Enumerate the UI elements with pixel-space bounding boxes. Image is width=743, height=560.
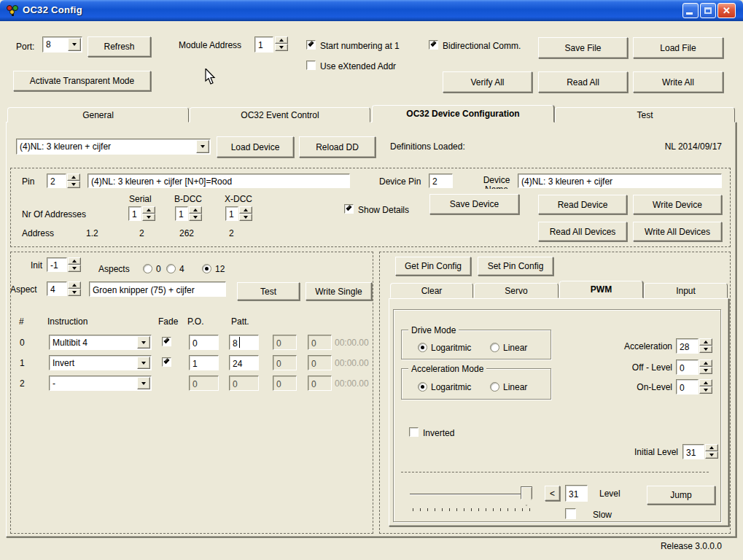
xdcc-addresses-input[interactable]	[225, 206, 238, 221]
verify-all-button[interactable]: Verify All	[443, 71, 532, 93]
initial-level-input[interactable]	[682, 444, 704, 459]
write-device-button[interactable]: Write Device	[633, 195, 722, 214]
spin-up-icon[interactable]	[275, 36, 288, 44]
drive-linear-radio[interactable]	[490, 343, 499, 352]
pin-stepper[interactable]	[67, 174, 80, 188]
level-input[interactable]	[565, 485, 588, 502]
serial-addresses-input[interactable]	[128, 206, 141, 221]
level-decrement-button[interactable]: <	[545, 486, 560, 501]
aspect-stepper[interactable]	[68, 281, 81, 296]
tab-clear[interactable]: Clear	[390, 283, 473, 298]
tab-input[interactable]: Input	[644, 283, 728, 298]
slow-checkbox[interactable]	[565, 508, 576, 519]
load-file-button[interactable]: Load File	[633, 37, 723, 58]
chevron-down-icon[interactable]	[68, 38, 81, 51]
xdcc-addresses-stepper[interactable]	[239, 206, 252, 221]
accel-logaritmic-radio[interactable]	[418, 382, 427, 392]
address-value-xdcc: 2	[229, 228, 234, 238]
acceleration-stepper[interactable]	[699, 338, 712, 353]
bdcc-addresses-input[interactable]	[175, 206, 188, 221]
bdcc-addresses-stepper[interactable]	[189, 206, 202, 221]
load-device-button[interactable]: Load Device	[217, 136, 294, 158]
write-single-button[interactable]: Write Single	[306, 282, 372, 300]
po-input-1[interactable]	[189, 355, 219, 370]
device-type-select[interactable]: (4)NL: 3 kleuren + cijfer	[16, 139, 211, 155]
instruction-select-2[interactable]: -	[49, 376, 152, 391]
read-device-button[interactable]: Read Device	[538, 195, 627, 214]
acceleration-input[interactable]	[676, 338, 699, 354]
activate-transparent-mode-button[interactable]: Activate Transparent Mode	[13, 71, 151, 91]
write-all-devices-button[interactable]: Write All Devices	[633, 222, 722, 241]
show-details-checkbox[interactable]	[344, 204, 354, 214]
save-device-button[interactable]: Save Device	[429, 194, 519, 214]
close-button[interactable]: ✕	[717, 3, 736, 18]
test-button[interactable]: Test	[237, 282, 300, 300]
minimize-button[interactable]	[682, 3, 699, 18]
aspects-radio-12[interactable]	[202, 264, 211, 273]
fade-checkbox-0[interactable]	[162, 337, 171, 346]
chevron-down-icon[interactable]	[196, 140, 209, 153]
on-level-stepper[interactable]	[699, 379, 712, 394]
nr-of-addresses-label: Nr Of Addresses	[22, 209, 86, 219]
aspects-label: Aspects	[98, 264, 130, 274]
title-bar[interactable]: OC32 Config ✕	[0, 0, 743, 21]
mouse-cursor	[205, 69, 217, 85]
start-numbering-checkbox[interactable]	[306, 40, 316, 50]
instruction-row-num: 1	[20, 358, 25, 368]
fade-checkbox-1[interactable]	[162, 357, 171, 367]
use-extended-checkbox[interactable]	[306, 61, 316, 70]
app-signal-icon	[6, 4, 19, 17]
aspects-radio-4[interactable]	[166, 264, 176, 273]
init-input[interactable]	[47, 257, 67, 272]
read-all-button[interactable]: Read All	[538, 71, 628, 93]
spin-down-icon[interactable]	[275, 44, 288, 51]
tab-general[interactable]: General	[7, 107, 189, 122]
on-level-input[interactable]	[676, 379, 699, 394]
maximize-button[interactable]	[700, 3, 716, 18]
close-icon: ✕	[723, 5, 731, 16]
aspects-radio-0[interactable]	[143, 264, 152, 273]
tab-event-control[interactable]: OC32 Event Control	[190, 107, 370, 122]
module-address-input[interactable]	[254, 36, 273, 52]
off-level-stepper[interactable]	[699, 359, 712, 374]
save-file-button[interactable]: Save File	[538, 37, 628, 58]
serial-addresses-stepper[interactable]	[142, 206, 155, 221]
init-stepper[interactable]	[68, 257, 81, 272]
refresh-button[interactable]: Refresh	[87, 36, 151, 57]
tab-device-configuration[interactable]: OC32 Device Configuration	[372, 105, 554, 122]
chevron-down-icon[interactable]	[137, 357, 150, 369]
instruction-select-1[interactable]: Invert	[49, 355, 152, 370]
tab-test[interactable]: Test	[555, 107, 735, 122]
chevron-down-icon[interactable]	[137, 336, 150, 349]
read-all-devices-button[interactable]: Read All Devices	[538, 222, 627, 241]
patt-input-1[interactable]	[229, 355, 259, 370]
inverted-checkbox[interactable]	[409, 427, 419, 437]
reload-dd-button[interactable]: Reload DD	[299, 136, 376, 158]
tab-pwm[interactable]: PWM	[559, 281, 643, 298]
pin-description-input[interactable]	[87, 174, 350, 188]
port-select[interactable]: 8	[42, 36, 82, 52]
chevron-down-icon[interactable]	[137, 377, 150, 389]
set-pin-config-button[interactable]: Set Pin Config	[478, 257, 553, 276]
pin-input[interactable]	[47, 174, 66, 188]
po-input-0[interactable]	[189, 335, 219, 350]
initial-level-stepper[interactable]	[705, 444, 718, 459]
level-slider-track[interactable]	[410, 494, 532, 495]
aspect-label: Aspect	[10, 284, 37, 295]
device-name-input[interactable]	[518, 174, 722, 188]
text-caret	[239, 337, 240, 348]
write-all-button[interactable]: Write All	[633, 71, 723, 93]
drive-logaritmic-radio[interactable]	[418, 343, 427, 352]
aspect-description-input[interactable]	[89, 281, 226, 297]
tab-servo[interactable]: Servo	[474, 283, 559, 298]
bidirectional-checkbox[interactable]	[429, 40, 438, 50]
aspect-input[interactable]	[47, 281, 67, 296]
jump-button[interactable]: Jump	[647, 486, 715, 505]
module-address-stepper[interactable]	[275, 36, 288, 51]
instruction-select-0[interactable]: Multibit 4	[49, 335, 152, 350]
patt-input-0[interactable]	[229, 335, 259, 350]
device-pin-input[interactable]	[429, 174, 453, 188]
off-level-input[interactable]	[676, 359, 699, 375]
accel-linear-radio[interactable]	[490, 382, 499, 392]
get-pin-config-button[interactable]: Get Pin Config	[395, 257, 471, 276]
